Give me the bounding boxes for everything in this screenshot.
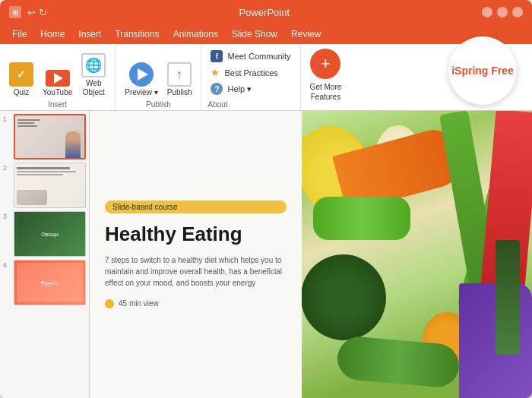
- title-bar: ⊞ ↩ ↻ PowerPoint — □ ✕: [0, 0, 532, 24]
- undo-redo: ↩ ↻: [27, 7, 47, 18]
- window-title: PowerPoint: [47, 7, 482, 18]
- slide-title: Healthy Eating: [105, 223, 287, 246]
- minimize-button[interactable]: —: [482, 7, 492, 17]
- slide-preview-2: [14, 163, 86, 208]
- insert-group-label: Insert: [48, 100, 67, 109]
- ispring-label: iSpring Free: [451, 64, 514, 77]
- slide-panel: 1 2: [0, 111, 90, 398]
- main-content: 1 2: [0, 111, 532, 398]
- publish-button[interactable]: ↑ Publish: [164, 59, 195, 99]
- menu-file[interactable]: File: [6, 27, 33, 41]
- web-object-icon: 🌐: [81, 53, 106, 77]
- ribbon-group-insert: ✓ Quiz YouTube 🌐 WebObj: [0, 44, 116, 110]
- slide-preview-4: Фрукты: [14, 260, 86, 305]
- course-badge: Slide-based course: [105, 201, 287, 213]
- publish-label: Publish: [167, 88, 192, 97]
- quiz-icon: ✓: [9, 62, 33, 87]
- slide-description: 7 steps to switch to a healthy diet whic…: [105, 254, 287, 289]
- slide-duration: 45 min view: [105, 299, 287, 308]
- slide-num-2: 2: [3, 164, 11, 172]
- duration-icon: [105, 299, 114, 308]
- maximize-button[interactable]: □: [497, 7, 508, 17]
- menu-animations[interactable]: Animations: [167, 27, 224, 41]
- help-label: Help ▾: [227, 84, 252, 94]
- preview-icon: [129, 62, 154, 87]
- menu-transitions[interactable]: Transitions: [109, 27, 165, 41]
- slide-num-3: 3: [3, 213, 11, 220]
- get-more-icon: +: [310, 49, 340, 79]
- slide-thumb-4[interactable]: 4 Фрукты: [3, 260, 86, 305]
- best-practices-label: Best Practices: [224, 68, 277, 77]
- best-practices-button[interactable]: ★ Best Practices: [207, 65, 293, 80]
- veggie-image: [289, 111, 532, 398]
- web-object-label: WebObject: [83, 79, 105, 97]
- youtube-icon: [46, 70, 70, 87]
- slide-num-1: 1: [3, 115, 11, 123]
- ribbon: ✓ Quiz YouTube 🌐 WebObj: [0, 44, 532, 111]
- slide-thumb-1[interactable]: 1: [3, 114, 86, 160]
- app-window: ⊞ ↩ ↻ PowerPoint — □ ✕ File Home Insert …: [0, 0, 532, 398]
- youtube-button[interactable]: YouTube: [40, 67, 75, 99]
- quiz-button[interactable]: ✓ Quiz: [6, 59, 36, 99]
- youtube-label: YouTube: [43, 88, 72, 97]
- slide-preview-1: [14, 114, 86, 160]
- veggie-rosemary: [496, 240, 520, 355]
- title-bar-left: ⊞ ↩ ↻: [9, 6, 47, 18]
- get-more-label: Get MoreFeatures: [310, 82, 342, 102]
- duration-text: 45 min view: [119, 299, 159, 308]
- slide-num-4: 4: [3, 261, 11, 269]
- menu-insert[interactable]: Insert: [72, 27, 107, 41]
- ribbon-group-get-more: + Get MoreFeatures: [301, 44, 351, 110]
- veggie-peas: [313, 197, 410, 240]
- veggie-spinach: [289, 242, 398, 352]
- menu-slideshow[interactable]: Slide Show: [226, 27, 283, 41]
- help-icon: ?: [211, 83, 223, 95]
- star-icon: ★: [211, 67, 220, 78]
- slide-content-area: Slide-based course Healthy Eating 7 step…: [90, 111, 532, 398]
- publish-group-label: Publish: [146, 100, 171, 109]
- preview-label: Preview ▾: [125, 88, 157, 97]
- help-button[interactable]: ? Help ▾: [207, 81, 293, 96]
- meet-community-button[interactable]: f Meet Community: [207, 49, 293, 64]
- slide-thumb-3[interactable]: 3 Овощи: [3, 211, 86, 257]
- insert-items: ✓ Quiz YouTube 🌐 WebObj: [6, 49, 109, 99]
- ribbon-group-publish: Preview ▾ ↑ Publish Publish: [116, 44, 201, 110]
- menu-bar: File Home Insert Transitions Animations …: [0, 24, 532, 44]
- quiz-label: Quiz: [14, 88, 30, 97]
- slide-thumb-2[interactable]: 2: [3, 163, 86, 208]
- slide-preview-3: Овощи: [14, 211, 86, 257]
- slide-main: Slide-based course Healthy Eating 7 step…: [90, 111, 532, 398]
- publish-icon: ↑: [167, 62, 192, 87]
- publish-items: Preview ▾ ↑ Publish: [122, 49, 195, 99]
- menu-home[interactable]: Home: [34, 27, 71, 41]
- window-controls: — □ ✕: [482, 7, 523, 17]
- meet-community-label: Meet Community: [227, 52, 290, 61]
- close-button[interactable]: ✕: [512, 7, 523, 17]
- app-icon: ⊞: [9, 6, 21, 18]
- slide-text-area: Slide-based course Healthy Eating 7 step…: [90, 111, 302, 398]
- preview-button[interactable]: Preview ▾: [122, 59, 160, 99]
- facebook-icon: f: [211, 50, 223, 62]
- menu-review[interactable]: Review: [285, 27, 327, 41]
- web-object-button[interactable]: 🌐 WebObject: [78, 50, 109, 99]
- about-group-label: About: [207, 99, 293, 109]
- ispring-badge: iSpring Free: [448, 36, 517, 105]
- ribbon-group-about: f Meet Community ★ Best Practices ? Help…: [201, 44, 300, 110]
